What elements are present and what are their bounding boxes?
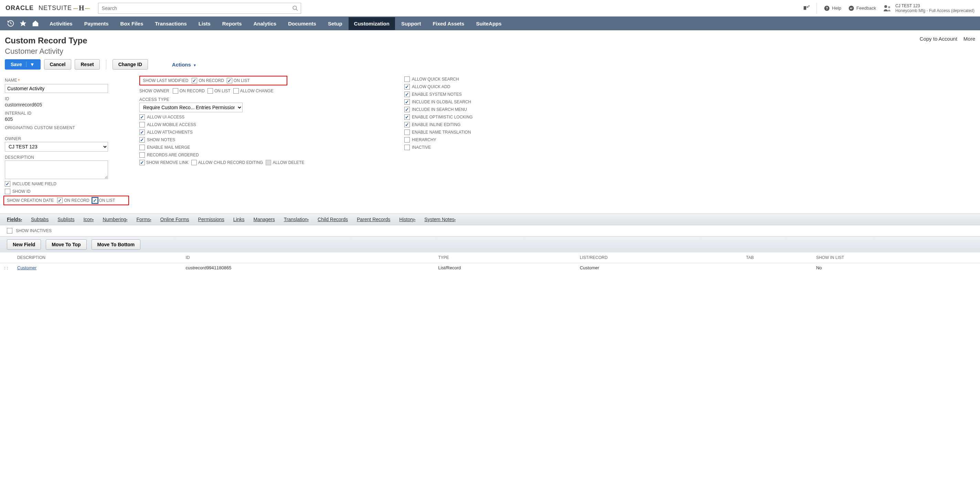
description-textarea[interactable] (5, 161, 108, 179)
name-input[interactable] (5, 84, 108, 93)
subtab-managers[interactable]: Managers (254, 217, 275, 222)
inactive-checkbox[interactable] (404, 145, 410, 150)
col-show-in-list: SHOW IN LIST (813, 252, 980, 263)
col-type: TYPE (435, 252, 576, 263)
creation-on-record-checkbox[interactable] (57, 198, 63, 203)
nav-item-analytics[interactable]: Analytics (248, 17, 282, 30)
access-type-select[interactable]: Require Custom Reco... Entries Permissio… (139, 103, 243, 112)
allow-attachments-checkbox[interactable] (139, 129, 145, 135)
owner-select[interactable]: CJ TEST 123 (5, 142, 108, 152)
change-id-button[interactable]: Change ID (113, 59, 148, 70)
nav-item-activities[interactable]: Activities (44, 17, 78, 30)
modified-on-record-label: ON RECORD (199, 78, 224, 83)
subtab-subtabs[interactable]: Subtabs (31, 217, 49, 222)
search-input[interactable] (98, 3, 301, 14)
records-are-ordered-checkbox[interactable] (139, 152, 145, 158)
cancel-button[interactable]: Cancel (44, 59, 72, 70)
row-type: List/Record (435, 263, 576, 273)
modified-on-list-checkbox[interactable] (227, 78, 232, 83)
actions-menu[interactable]: Actions ▼ (172, 62, 196, 67)
subtab-online-forms[interactable]: Online Forms (160, 217, 189, 222)
logo-netsuite: NETSUITE (38, 5, 72, 11)
move-to-bottom-button[interactable]: Move To Bottom (92, 239, 141, 250)
nav-item-suiteapps[interactable]: SuiteApps (470, 17, 507, 30)
allow-delete-checkbox[interactable] (266, 160, 271, 165)
allow-mobile-access-checkbox[interactable] (139, 122, 145, 128)
modified-on-list-label: ON LIST (234, 78, 250, 83)
nav-item-payments[interactable]: Payments (79, 17, 114, 30)
history-icon[interactable] (7, 20, 14, 27)
nav-item-customization[interactable]: Customization (348, 17, 395, 30)
allow-child-record-editing-label: ALLOW CHILD RECORD EDITING (198, 160, 263, 165)
nav-item-lists[interactable]: Lists (193, 17, 216, 30)
nav-item-transactions[interactable]: Transactions (150, 17, 192, 30)
home-icon[interactable] (32, 20, 39, 27)
nav-item-reports[interactable]: Reports (217, 17, 247, 30)
more-link[interactable]: More (964, 36, 975, 42)
include-name-field-checkbox[interactable] (5, 181, 10, 187)
row-description-link[interactable]: Customer (17, 265, 37, 270)
owner-on-list-label: ON LIST (215, 88, 231, 93)
save-caret-icon[interactable]: ▼ (26, 62, 35, 67)
enable-system-notes-checkbox[interactable] (404, 92, 410, 97)
description-label: DESCRIPTION (5, 155, 129, 160)
show-notes-checkbox[interactable] (139, 137, 145, 142)
subtab-numbering[interactable]: Numbering (103, 217, 127, 222)
allow-quick-search-checkbox[interactable] (404, 77, 410, 82)
show-id-checkbox[interactable] (5, 189, 10, 194)
star-icon[interactable] (19, 20, 27, 27)
drag-handle-icon[interactable]: :: (0, 263, 14, 273)
nav-item-support[interactable]: Support (396, 17, 427, 30)
help-link[interactable]: ? Help (824, 5, 841, 11)
nav-item-setup[interactable]: Setup (323, 17, 348, 30)
enable-name-translation-checkbox[interactable] (404, 129, 410, 135)
copy-to-account-link[interactable]: Copy to Account (920, 36, 957, 42)
subtab-icon[interactable]: Icon (83, 217, 94, 222)
owner-allow-change-checkbox[interactable] (233, 88, 239, 94)
new-field-button[interactable]: New Field (7, 239, 41, 250)
svg-text:▾: ▾ (808, 5, 810, 8)
subtab-permissions[interactable]: Permissions (198, 217, 224, 222)
creation-on-list-checkbox[interactable] (92, 198, 98, 203)
owner-on-record-checkbox[interactable] (173, 88, 178, 94)
save-button[interactable]: Save ▼ (5, 59, 41, 70)
subtab-forms[interactable]: Forms (136, 217, 151, 222)
move-to-top-button[interactable]: Move To Top (46, 239, 86, 250)
subtab-links[interactable]: Links (233, 217, 245, 222)
subtab-history[interactable]: History (399, 217, 415, 222)
enable-inline-editing-checkbox[interactable] (404, 122, 410, 128)
col-description: DESCRIPTION (14, 252, 182, 263)
page-title: Custom Record Type (5, 36, 88, 45)
toolbar: Save ▼ Cancel Reset Change ID Actions ▼ (0, 59, 980, 74)
table-row[interactable]: ::Customercustrecord9941180865List/Recor… (0, 263, 980, 273)
subtab-sublists[interactable]: Sublists (57, 217, 74, 222)
search-icon[interactable] (292, 5, 298, 11)
create-icon[interactable]: ▾ (803, 5, 810, 11)
subtab-system-notes[interactable]: System Notes (424, 217, 456, 222)
show-inactives-checkbox[interactable] (7, 228, 13, 233)
subtab-translation[interactable]: Translation (284, 217, 309, 222)
subtab-child-records[interactable]: Child Records (318, 217, 348, 222)
show-remove-link-checkbox[interactable] (139, 160, 145, 165)
include-in-search-menu-checkbox[interactable] (404, 107, 410, 112)
subtab-parent-records[interactable]: Parent Records (357, 217, 390, 222)
owner-on-list-checkbox[interactable] (207, 88, 213, 94)
modified-on-record-checkbox[interactable] (192, 78, 197, 83)
allow-ui-access-checkbox[interactable] (139, 114, 145, 120)
hierarchy-checkbox[interactable] (404, 137, 410, 142)
user-block[interactable]: CJ TEST 123 Honeycomb Mfg - Full Access … (883, 3, 975, 13)
svg-rect-9 (850, 8, 853, 8)
nav-item-documents[interactable]: Documents (283, 17, 322, 30)
nav-item-fixed-assets[interactable]: Fixed Assets (427, 17, 470, 30)
enable-mail-merge-checkbox[interactable] (139, 145, 145, 150)
global-search (98, 3, 301, 14)
subtab-fields[interactable]: Fields (7, 217, 22, 222)
allow-quick-add-checkbox[interactable] (404, 84, 410, 89)
allow-child-record-editing-checkbox[interactable] (191, 160, 197, 165)
nav-item-box-files[interactable]: Box Files (115, 17, 149, 30)
reset-button[interactable]: Reset (75, 59, 99, 70)
owner-on-record-label: ON RECORD (180, 88, 205, 93)
enable-optimistic-locking-checkbox[interactable] (404, 114, 410, 120)
feedback-link[interactable]: Feedback (848, 5, 876, 11)
include-in-global-search-checkbox[interactable] (404, 99, 410, 105)
